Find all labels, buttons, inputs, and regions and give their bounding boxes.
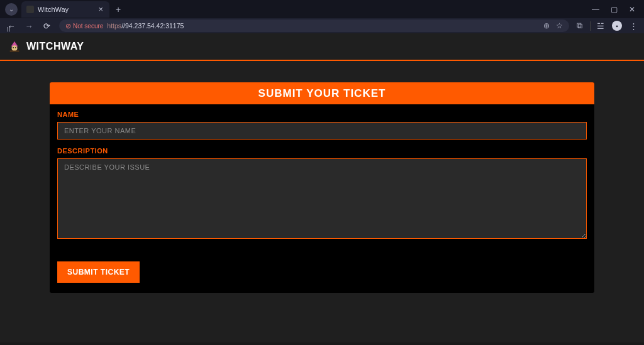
description-textarea[interactable] xyxy=(57,158,587,239)
maximize-icon[interactable]: ▢ xyxy=(611,5,618,14)
close-icon[interactable]: × xyxy=(97,4,104,14)
svg-point-1 xyxy=(13,47,14,48)
description-label: Description xyxy=(57,147,587,155)
browser-chrome: ⌄ WitchWay × + — ▢ ✕ ← → ⟳ Not secure ht… xyxy=(0,0,644,33)
browser-tab[interactable]: WitchWay × xyxy=(21,1,109,18)
close-window-icon[interactable]: ✕ xyxy=(629,5,635,14)
apps-grid-icon[interactable]: ⠿ xyxy=(6,26,11,33)
reload-icon[interactable]: ⟳ xyxy=(42,21,52,31)
svg-point-2 xyxy=(15,47,16,48)
profile-avatar[interactable]: ▪ xyxy=(612,21,622,31)
not-secure-badge[interactable]: Not secure xyxy=(65,22,103,30)
zoom-icon[interactable]: ⊕ xyxy=(543,21,550,30)
svg-point-0 xyxy=(11,45,17,51)
forward-icon[interactable]: → xyxy=(24,21,34,31)
submit-ticket-button[interactable]: Submit Ticket xyxy=(57,261,140,283)
site-header: WitchWay xyxy=(0,33,644,61)
minimize-icon[interactable]: — xyxy=(592,5,599,14)
name-input[interactable] xyxy=(57,122,587,140)
name-label: Name xyxy=(57,111,587,118)
url-protocol: https xyxy=(107,22,121,30)
page-content: WitchWay Submit Your Ticket Name Descrip… xyxy=(0,33,644,342)
new-tab-button[interactable]: + xyxy=(109,4,127,14)
site-brand[interactable]: WitchWay xyxy=(26,41,84,52)
form-title: Submit Your Ticket xyxy=(50,82,594,104)
side-panel-icon[interactable]: ☱ xyxy=(590,21,604,31)
url-host: //94.237.54.42:31175 xyxy=(121,22,184,30)
window-controls: — ▢ ✕ xyxy=(592,5,644,14)
extensions-icon[interactable]: ⧉ xyxy=(577,21,582,31)
ticket-form-card: Submit Your Ticket Name Description Subm… xyxy=(50,82,594,293)
nav-bar: ← → ⟳ Not secure https//94.237.54.42:311… xyxy=(0,18,644,33)
tab-title: WitchWay xyxy=(38,6,69,13)
svg-rect-3 xyxy=(10,50,19,52)
url-bar[interactable]: Not secure https//94.237.54.42:31175 ⊕ ☆ xyxy=(59,19,569,32)
tab-search-dropdown[interactable]: ⌄ xyxy=(5,3,18,16)
tab-bar: ⌄ WitchWay × + — ▢ ✕ xyxy=(0,0,644,18)
witch-logo-icon xyxy=(8,40,21,53)
bookmark-star-icon[interactable]: ☆ xyxy=(556,21,563,30)
tab-favicon-icon xyxy=(26,6,34,13)
menu-icon[interactable]: ⋮ xyxy=(630,21,638,31)
